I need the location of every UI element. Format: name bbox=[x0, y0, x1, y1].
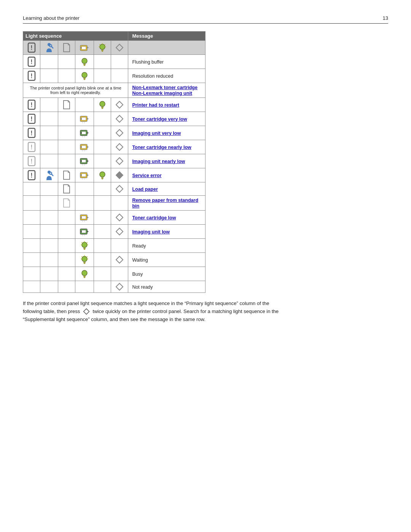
icon-cell bbox=[75, 281, 94, 293]
svg-marker-60 bbox=[116, 144, 123, 150]
svg-point-20 bbox=[82, 58, 87, 64]
svg-marker-7 bbox=[87, 46, 89, 49]
svg-rect-118 bbox=[83, 276, 86, 277]
table-row: Imaging unit low bbox=[23, 225, 206, 239]
col-wrench bbox=[40, 41, 58, 55]
light-sequence-table: Light sequence Message ! bbox=[23, 31, 206, 293]
icon-cell bbox=[94, 55, 111, 69]
message-cell[interactable]: Toner cartridge very low bbox=[128, 112, 206, 126]
svg-rect-46 bbox=[81, 131, 86, 134]
icon-cell bbox=[111, 168, 128, 182]
svg-point-30 bbox=[100, 101, 105, 107]
message-link[interactable]: Load paper bbox=[132, 187, 158, 192]
message-link[interactable]: Toner cartridge low bbox=[132, 215, 176, 220]
icon-cell bbox=[94, 98, 111, 112]
svg-rect-26 bbox=[83, 78, 86, 79]
message-link[interactable]: Imaging unit nearly low bbox=[132, 159, 185, 164]
table-row: ! Imaging unit very low bbox=[23, 126, 206, 140]
message-text: Flushing buffer bbox=[132, 59, 163, 65]
svg-rect-37 bbox=[81, 117, 86, 120]
icon-cell bbox=[40, 55, 58, 69]
icon-cell bbox=[94, 196, 111, 211]
message-text: Busy bbox=[132, 272, 143, 277]
svg-rect-102 bbox=[84, 249, 85, 250]
icon-cell bbox=[75, 154, 94, 168]
message-link[interactable]: Remove paper from standard bin bbox=[132, 198, 198, 209]
footer-line2: following table, then press bbox=[23, 308, 80, 314]
svg-marker-92 bbox=[116, 214, 123, 221]
message-link[interactable]: Service error bbox=[132, 173, 161, 178]
svg-marker-65 bbox=[87, 160, 89, 162]
message-cell[interactable]: Printer had to restart bbox=[128, 98, 206, 112]
message-cell[interactable]: Service error bbox=[128, 168, 206, 182]
message-cell[interactable]: Toner cartridge low bbox=[128, 211, 206, 225]
icon-cell bbox=[111, 182, 128, 196]
icon-cell bbox=[75, 211, 94, 225]
icon-header-row: ! bbox=[23, 41, 206, 55]
message-link[interactable]: Toner cartridge very low bbox=[132, 117, 187, 122]
message-cell[interactable]: Imaging unit low bbox=[128, 225, 206, 239]
col-exclaim: ! bbox=[23, 41, 40, 55]
message-link[interactable]: Imaging unit low bbox=[132, 229, 170, 235]
col-toner bbox=[75, 41, 94, 55]
svg-marker-38 bbox=[87, 118, 89, 120]
svg-text:!: ! bbox=[30, 130, 32, 136]
icon-cell bbox=[94, 253, 111, 267]
svg-text:!: ! bbox=[30, 59, 32, 65]
svg-line-104 bbox=[81, 242, 82, 243]
icon-cell bbox=[94, 126, 111, 140]
icon-cell bbox=[58, 225, 75, 239]
svg-marker-84 bbox=[116, 172, 123, 179]
svg-marker-120 bbox=[116, 283, 123, 290]
svg-rect-94 bbox=[81, 230, 86, 233]
diamond-icon-footer bbox=[83, 308, 90, 315]
svg-text:!: ! bbox=[30, 73, 32, 79]
icon-cell bbox=[23, 253, 40, 267]
svg-marker-99 bbox=[116, 228, 123, 235]
icon-cell: ! bbox=[23, 69, 40, 83]
svg-point-117 bbox=[82, 270, 87, 276]
message-text: Waiting bbox=[132, 257, 148, 263]
svg-line-13 bbox=[99, 44, 100, 45]
message-link[interactable]: Non-Lexmark toner cartridge bbox=[132, 85, 198, 90]
col-msg-empty bbox=[128, 41, 206, 55]
icon-cell bbox=[23, 182, 40, 196]
svg-rect-64 bbox=[81, 160, 86, 163]
page-header: Learning about the printer 13 bbox=[23, 15, 388, 24]
svg-text:!: ! bbox=[30, 45, 32, 51]
icon-cell bbox=[94, 140, 111, 154]
icon-cell bbox=[75, 55, 94, 69]
icon-cell bbox=[111, 253, 128, 267]
icon-cell bbox=[111, 69, 128, 83]
message-link[interactable]: Printer had to restart bbox=[132, 102, 179, 108]
icon-cell bbox=[40, 126, 58, 140]
table-row: Busy bbox=[23, 267, 206, 281]
icon-cell bbox=[94, 267, 111, 281]
icon-cell bbox=[75, 98, 94, 112]
message-cell[interactable]: Imaging unit nearly low bbox=[128, 154, 206, 168]
svg-point-74 bbox=[49, 172, 52, 174]
message-link[interactable]: Imaging unit very low bbox=[132, 131, 181, 136]
icon-cell bbox=[58, 140, 75, 154]
icon-cell bbox=[94, 154, 111, 168]
table-row: Waiting bbox=[23, 253, 206, 267]
message-cell[interactable]: Toner cartridge nearly low bbox=[128, 140, 206, 154]
message-cell[interactable]: Imaging unit very low bbox=[128, 126, 206, 140]
page-title: Learning about the printer bbox=[23, 15, 80, 21]
icon-cell bbox=[75, 253, 94, 267]
col-diamond bbox=[111, 41, 128, 55]
icon-cell bbox=[94, 69, 111, 83]
icon-cell bbox=[94, 225, 111, 239]
icon-cell bbox=[111, 154, 128, 168]
table-row: ! Toner cartridge very low bbox=[23, 112, 206, 126]
message-cell[interactable]: Remove paper from standard bin bbox=[128, 196, 206, 211]
icon-cell bbox=[111, 211, 128, 225]
icon-cell bbox=[111, 126, 128, 140]
message-link[interactable]: Non-Lexmark imaging unit bbox=[132, 91, 192, 96]
icon-cell bbox=[40, 140, 58, 154]
message-link[interactable]: Toner cartridge nearly low bbox=[132, 145, 191, 150]
message-cell[interactable]: Load paper bbox=[128, 182, 206, 196]
icon-cell bbox=[40, 182, 58, 196]
svg-marker-95 bbox=[87, 230, 89, 233]
icon-cell bbox=[75, 239, 94, 253]
